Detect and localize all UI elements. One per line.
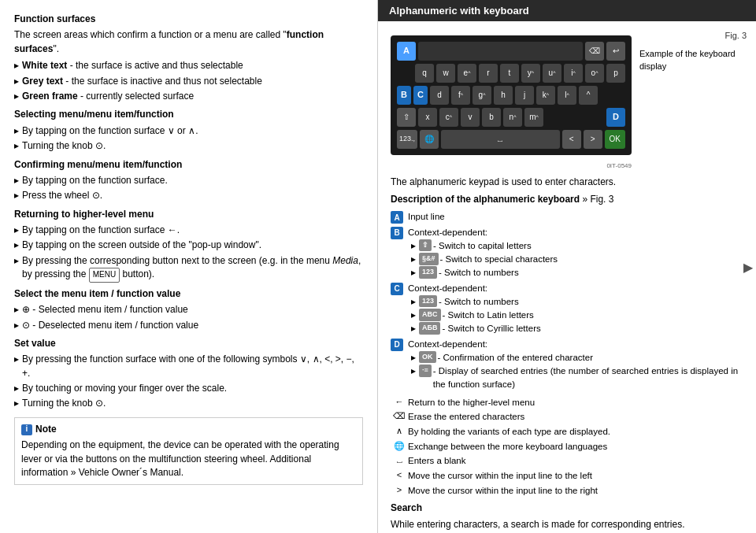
sub-text-d-1: - Confirmation of the entered character: [438, 351, 594, 365]
arrow-icon: ▸: [14, 254, 19, 268]
right-header: Alphanumeric with keyboard: [378, 0, 756, 21]
marker-d: D: [391, 339, 403, 351]
bullet-green-frame: ▸ Green frame - currently selected surfa…: [14, 90, 363, 103]
key-left: <: [562, 130, 581, 149]
marker-a: A: [391, 211, 403, 224]
arrow-icon: ▸: [14, 224, 19, 237]
description-table: A Input line B Context-dependent: ▸⇧ - S…: [391, 210, 743, 391]
arrow-icon: ▸: [411, 253, 416, 266]
arrow-icon: ▸: [411, 351, 416, 365]
arrow-icon: ▸: [14, 397, 19, 410]
key-o: o^: [585, 64, 604, 83]
note-text: Depending on the equipment, the device c…: [21, 439, 339, 478]
bullet-confirming-2: ▸ Press the wheel ⊙.: [14, 189, 363, 202]
fig-label: Fig. 3: [639, 29, 750, 43]
icon-rows-area: ← Return to the higher-level menu ⌫ Eras…: [391, 396, 743, 498]
icon-row-back: ← Return to the higher-level menu: [391, 396, 743, 409]
icon-text-left: Move the cursor within the input line to…: [408, 469, 592, 483]
desc-row-c: C Context-dependent: ▸123 - Switch to nu…: [391, 282, 743, 336]
bullet-deselected: ▸ ⊙ - Deselected menu item / function va…: [14, 319, 363, 332]
key-d-letter: d: [430, 86, 449, 105]
right-content: A ⌫ ↩ q w e^ r t y^: [378, 21, 756, 533]
keyboard-row-5: 123., 🌐 ⎵ < > OK: [397, 130, 625, 149]
arrow-icon: ▸: [14, 124, 19, 138]
desc-content-d: Context-dependent: ▸OK - Confirmation of…: [408, 338, 743, 392]
heading-set-value: Set value: [14, 337, 363, 350]
bullet-selecting-1: ▸ By tapping on the function surface ∨ o…: [14, 124, 363, 138]
sub-b-1: ▸⇧ - Switch to capital letters: [411, 239, 743, 253]
key-f: f^: [451, 86, 470, 105]
key-r: r: [479, 64, 498, 83]
arrow-icon: ▸: [411, 309, 416, 322]
key-b-marker: B: [397, 86, 411, 105]
key-k: k^: [536, 86, 555, 105]
bullet-text: Turning the knob ⊙.: [22, 397, 106, 410]
icon-text-variants: By holding the variants of each type are…: [408, 425, 610, 439]
keyboard-row-2: q w e^ r t y^ u^ i^ o^ p: [397, 64, 625, 83]
desc-label-b: Context-dependent:: [408, 228, 487, 237]
key-123: 123.,: [397, 130, 417, 149]
key-g: g^: [472, 86, 491, 105]
badge-abc: ABC: [419, 309, 441, 321]
key-globe: 🌐: [420, 130, 439, 149]
desc-label-a: Input line: [408, 212, 445, 221]
sub-text-b-3: - Switch to numbers: [439, 266, 519, 279]
keyboard-figure: A ⌫ ↩ q w e^ r t y^: [391, 29, 632, 171]
left-icon: <: [391, 469, 408, 482]
badge-shift: ⇧: [419, 239, 432, 252]
section-set-value: Set value ▸ By pressing the function sur…: [14, 337, 363, 411]
bullet-grey-text: ▸ Grey text - the surface is inactive an…: [14, 75, 363, 88]
figure-area: A ⌫ ↩ q w e^ r t y^: [391, 29, 743, 171]
desc-heading-text: Description of the alphanumeric keyboard: [391, 194, 580, 205]
note-title: i Note: [21, 423, 356, 436]
bullet-white-text: ▸ White text - the surface is active and…: [14, 59, 363, 72]
bullet-set-2: ▸ By touching or moving your finger over…: [14, 382, 363, 395]
keyboard-input-row: A ⌫ ↩: [397, 42, 625, 61]
bullet-set-1: ▸ By pressing the function surface with …: [14, 353, 363, 380]
keyboard-display: A ⌫ ↩ q w e^ r t y^: [391, 35, 632, 155]
sub-c-2: ▸ABC - Switch to Latin letters: [411, 309, 743, 322]
sub-text-b-1: - Switch to capital letters: [433, 239, 532, 253]
heading-selecting: Selecting menu/menu item/function: [14, 108, 363, 121]
bullet-returning-1: ▸ By tapping on the function surface ←.: [14, 224, 363, 237]
fig-desc: Example of the keyboard display: [639, 47, 750, 73]
bullet-returning-2: ▸ By tapping on the screen outside of th…: [14, 239, 363, 252]
arrow-icon: ▸: [14, 189, 19, 202]
bullet-selected: ▸ ⊕ - Selected menu item / function valu…: [14, 303, 363, 316]
key-j: j: [515, 86, 534, 105]
bullet-text: By touching or moving your finger over t…: [22, 382, 227, 395]
bullet-text: By tapping on the function surface.: [22, 174, 168, 187]
heading-confirming: Confirming menu/menu item/function: [14, 158, 363, 172]
desc-row-d: D Context-dependent: ▸OK - Confirmation …: [391, 338, 743, 392]
icon-row-right: > Move the cursor within the input line …: [391, 484, 743, 498]
sub-b-2: ▸§&# - Switch to special characters: [411, 253, 743, 266]
sub-d-1: ▸OK - Confirmation of the entered charac…: [411, 351, 743, 365]
badge-cyrillic: АБВ: [419, 322, 440, 335]
bullet-text: Turning the knob ⊙.: [22, 139, 106, 153]
key-u: u^: [543, 64, 561, 83]
icon-text-lang: Exchange between the more keyboard langu…: [408, 440, 607, 453]
bullet-text: Grey text - the surface is inactive and …: [22, 75, 262, 88]
input-field-display: [418, 42, 583, 61]
desc-content-b: Context-dependent: ▸⇧ - Switch to capita…: [408, 226, 743, 280]
arrow-icon: ▸: [14, 239, 19, 252]
key-w: w: [436, 64, 455, 83]
badge-123-c: 123: [419, 295, 437, 308]
bullet-text: White text - the surface is active and t…: [22, 59, 243, 72]
key-b-letter: b: [482, 108, 501, 127]
icon-text-back: Return to the higher-level menu: [408, 396, 535, 409]
sub-text-c-2: - Switch to Latin letters: [443, 309, 534, 322]
sub-text-d-2: - Display of searched entries (the numbe…: [433, 365, 743, 392]
bullet-confirming-1: ▸ By tapping on the function surface.: [14, 174, 363, 187]
icon-row-variants: ∧ By holding the variants of each type a…: [391, 425, 743, 439]
section-confirming: Confirming menu/menu item/function ▸ By …: [14, 158, 363, 203]
section-returning: Returning to higher-level menu ▸ By tapp…: [14, 208, 363, 283]
key-c-marker: C: [413, 86, 428, 105]
key-l: l^: [558, 86, 576, 105]
desc-label-c: Context-dependent:: [408, 283, 487, 293]
marker-b: B: [391, 227, 403, 239]
right-column: Alphanumeric with keyboard A ⌫ ↩: [378, 0, 756, 533]
arrow-icon: ▸: [14, 174, 19, 187]
back-icon: ←: [391, 396, 408, 409]
next-page-arrow[interactable]: ▶: [743, 259, 753, 274]
